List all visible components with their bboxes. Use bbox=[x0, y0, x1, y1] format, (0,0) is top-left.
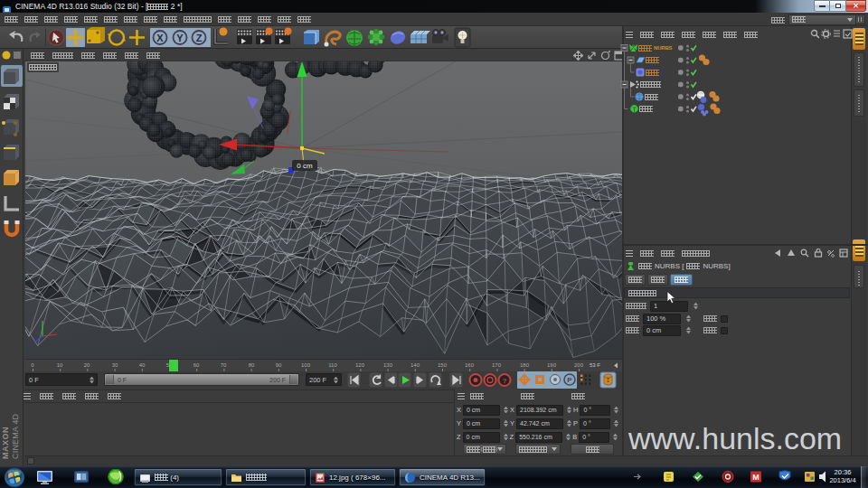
svg-text:150: 150 bbox=[438, 362, 448, 368]
svg-text:30: 30 bbox=[112, 362, 118, 368]
svg-text:53 F: 53 F bbox=[590, 362, 600, 368]
svg-text:70: 70 bbox=[221, 362, 227, 368]
svg-text:10: 10 bbox=[57, 362, 63, 368]
svg-text:40: 40 bbox=[139, 362, 146, 368]
svg-text:200: 200 bbox=[574, 362, 584, 368]
svg-text:120: 120 bbox=[355, 362, 365, 368]
svg-text:160: 160 bbox=[465, 362, 475, 368]
svg-text:110: 110 bbox=[328, 362, 337, 368]
svg-text:140: 140 bbox=[410, 362, 420, 368]
svg-text:20: 20 bbox=[84, 362, 90, 368]
svg-text:90: 90 bbox=[276, 362, 282, 368]
svg-text:180: 180 bbox=[520, 362, 530, 368]
svg-text:P: P bbox=[567, 376, 572, 384]
svg-text:100: 100 bbox=[301, 362, 311, 368]
svg-text:130: 130 bbox=[383, 362, 393, 368]
svg-text:60: 60 bbox=[193, 362, 200, 368]
svg-text:190: 190 bbox=[547, 362, 557, 368]
svg-text:170: 170 bbox=[492, 362, 502, 368]
svg-text:M: M bbox=[752, 473, 760, 482]
svg-text:?: ? bbox=[503, 377, 507, 385]
svg-text:80: 80 bbox=[249, 362, 255, 368]
